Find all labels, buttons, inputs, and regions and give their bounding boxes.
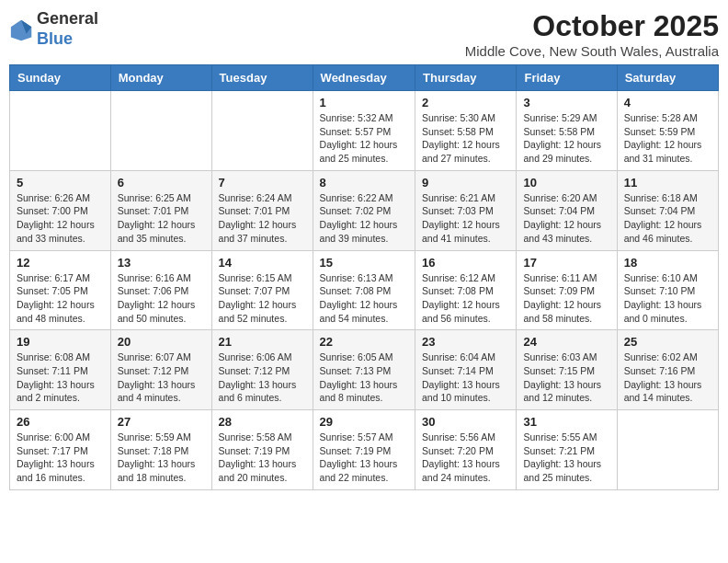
calendar-cell: [110, 91, 211, 171]
calendar-cell: 24 Sunrise: 6:03 AMSunset: 7:15 PMDaylig…: [517, 330, 617, 410]
day-number: 25: [624, 335, 711, 349]
day-info: Sunrise: 6:22 AMSunset: 7:02 PMDaylight:…: [320, 191, 408, 246]
calendar-cell: 19 Sunrise: 6:08 AMSunset: 7:11 PMDaylig…: [10, 330, 111, 410]
day-number: 31: [523, 415, 609, 429]
weekday-header: Sunday: [10, 65, 111, 91]
day-info: Sunrise: 5:32 AMSunset: 5:57 PMDaylight:…: [320, 111, 408, 166]
calendar-week-row: 5 Sunrise: 6:26 AMSunset: 7:00 PMDayligh…: [10, 170, 719, 250]
calendar-week-row: 19 Sunrise: 6:08 AMSunset: 7:11 PMDaylig…: [10, 330, 719, 410]
day-info: Sunrise: 6:17 AMSunset: 7:05 PMDaylight:…: [17, 271, 104, 326]
weekday-header: Wednesday: [313, 65, 415, 91]
day-number: 4: [624, 96, 711, 109]
calendar-cell: [211, 91, 313, 171]
calendar-cell: 25 Sunrise: 6:02 AMSunset: 7:16 PMDaylig…: [617, 330, 718, 410]
calendar-cell: 14 Sunrise: 6:15 AMSunset: 7:07 PMDaylig…: [211, 250, 313, 330]
day-info: Sunrise: 6:16 AMSunset: 7:06 PMDaylight:…: [118, 271, 205, 326]
calendar-cell: 9 Sunrise: 6:21 AMSunset: 7:03 PMDayligh…: [415, 170, 517, 250]
weekday-header: Monday: [110, 65, 211, 91]
day-info: Sunrise: 6:24 AMSunset: 7:01 PMDaylight:…: [219, 191, 306, 246]
day-number: 8: [320, 176, 408, 190]
calendar-title: October 2025: [465, 9, 719, 43]
day-info: Sunrise: 6:15 AMSunset: 7:07 PMDaylight:…: [219, 271, 306, 326]
day-info: Sunrise: 6:10 AMSunset: 7:10 PMDaylight:…: [624, 271, 711, 326]
weekday-header-row: SundayMondayTuesdayWednesdayThursdayFrid…: [10, 65, 719, 91]
day-info: Sunrise: 6:21 AMSunset: 7:03 PMDaylight:…: [422, 191, 509, 246]
day-info: Sunrise: 5:28 AMSunset: 5:59 PMDaylight:…: [624, 111, 711, 166]
calendar-cell: 16 Sunrise: 6:12 AMSunset: 7:08 PMDaylig…: [415, 250, 517, 330]
calendar-cell: 23 Sunrise: 6:04 AMSunset: 7:14 PMDaylig…: [415, 330, 517, 410]
weekday-header: Saturday: [617, 65, 718, 91]
day-info: Sunrise: 6:00 AMSunset: 7:17 PMDaylight:…: [17, 431, 104, 485]
calendar-cell: 31 Sunrise: 5:55 AMSunset: 7:21 PMDaylig…: [517, 410, 617, 490]
day-info: Sunrise: 5:59 AMSunset: 7:18 PMDaylight:…: [118, 431, 205, 485]
day-info: Sunrise: 6:13 AMSunset: 7:08 PMDaylight:…: [320, 271, 408, 326]
calendar-cell: 6 Sunrise: 6:25 AMSunset: 7:01 PMDayligh…: [110, 170, 211, 250]
day-number: 30: [422, 415, 509, 429]
day-info: Sunrise: 6:05 AMSunset: 7:13 PMDaylight:…: [320, 350, 408, 405]
day-info: Sunrise: 5:55 AMSunset: 7:21 PMDaylight:…: [523, 431, 609, 485]
day-number: 17: [523, 256, 609, 270]
day-number: 9: [422, 176, 509, 190]
calendar-week-row: 12 Sunrise: 6:17 AMSunset: 7:05 PMDaylig…: [10, 250, 719, 330]
day-info: Sunrise: 6:02 AMSunset: 7:16 PMDaylight:…: [624, 350, 711, 405]
day-info: Sunrise: 6:12 AMSunset: 7:08 PMDaylight:…: [422, 271, 509, 326]
calendar-cell: 11 Sunrise: 6:18 AMSunset: 7:04 PMDaylig…: [617, 170, 718, 250]
calendar-cell: 27 Sunrise: 5:59 AMSunset: 7:18 PMDaylig…: [110, 410, 211, 490]
day-info: Sunrise: 6:07 AMSunset: 7:12 PMDaylight:…: [118, 350, 205, 405]
day-info: Sunrise: 6:26 AMSunset: 7:00 PMDaylight:…: [17, 191, 104, 246]
day-number: 20: [118, 335, 205, 349]
weekday-header: Thursday: [415, 65, 517, 91]
day-number: 5: [17, 176, 104, 190]
calendar-cell: 17 Sunrise: 6:11 AMSunset: 7:09 PMDaylig…: [517, 250, 617, 330]
day-number: 14: [219, 256, 306, 270]
day-info: Sunrise: 6:04 AMSunset: 7:14 PMDaylight:…: [422, 350, 509, 405]
calendar-cell: 15 Sunrise: 6:13 AMSunset: 7:08 PMDaylig…: [313, 250, 415, 330]
day-number: 2: [422, 96, 509, 109]
day-number: 6: [118, 176, 205, 190]
calendar-cell: 5 Sunrise: 6:26 AMSunset: 7:00 PMDayligh…: [10, 170, 111, 250]
calendar-cell: 20 Sunrise: 6:07 AMSunset: 7:12 PMDaylig…: [110, 330, 211, 410]
calendar-week-row: 1 Sunrise: 5:32 AMSunset: 5:57 PMDayligh…: [10, 91, 719, 171]
day-info: Sunrise: 6:11 AMSunset: 7:09 PMDaylight:…: [523, 271, 609, 326]
logo-text: General Blue: [37, 9, 98, 49]
weekday-header: Tuesday: [211, 65, 313, 91]
calendar-cell: 29 Sunrise: 5:57 AMSunset: 7:19 PMDaylig…: [313, 410, 415, 490]
day-number: 1: [320, 96, 408, 109]
day-number: 10: [523, 176, 609, 190]
day-info: Sunrise: 6:25 AMSunset: 7:01 PMDaylight:…: [118, 191, 205, 246]
day-number: 21: [219, 335, 306, 349]
day-number: 28: [219, 415, 306, 429]
day-info: Sunrise: 5:29 AMSunset: 5:58 PMDaylight:…: [523, 111, 609, 166]
calendar-cell: 2 Sunrise: 5:30 AMSunset: 5:58 PMDayligh…: [415, 91, 517, 171]
logo-icon: [9, 17, 35, 42]
calendar-subtitle: Middle Cove, New South Wales, Australia: [465, 43, 719, 59]
day-number: 3: [523, 96, 609, 109]
day-info: Sunrise: 6:03 AMSunset: 7:15 PMDaylight:…: [523, 350, 609, 405]
page-header: General Blue October 2025 Middle Cove, N…: [9, 9, 719, 59]
day-info: Sunrise: 5:30 AMSunset: 5:58 PMDaylight:…: [422, 111, 509, 166]
title-block: October 2025 Middle Cove, New South Wale…: [465, 9, 719, 59]
calendar-cell: 3 Sunrise: 5:29 AMSunset: 5:58 PMDayligh…: [517, 91, 617, 171]
calendar-cell: 13 Sunrise: 6:16 AMSunset: 7:06 PMDaylig…: [110, 250, 211, 330]
day-info: Sunrise: 6:08 AMSunset: 7:11 PMDaylight:…: [17, 350, 104, 405]
calendar-cell: 22 Sunrise: 6:05 AMSunset: 7:13 PMDaylig…: [313, 330, 415, 410]
day-info: Sunrise: 6:20 AMSunset: 7:04 PMDaylight:…: [523, 191, 609, 246]
day-info: Sunrise: 6:06 AMSunset: 7:12 PMDaylight:…: [219, 350, 306, 405]
calendar-week-row: 26 Sunrise: 6:00 AMSunset: 7:17 PMDaylig…: [10, 410, 719, 490]
day-info: Sunrise: 6:18 AMSunset: 7:04 PMDaylight:…: [624, 191, 711, 246]
day-info: Sunrise: 5:58 AMSunset: 7:19 PMDaylight:…: [219, 431, 306, 485]
calendar-cell: 18 Sunrise: 6:10 AMSunset: 7:10 PMDaylig…: [617, 250, 718, 330]
day-number: 22: [320, 335, 408, 349]
day-number: 16: [422, 256, 509, 270]
calendar-cell: 8 Sunrise: 6:22 AMSunset: 7:02 PMDayligh…: [313, 170, 415, 250]
day-number: 26: [17, 415, 104, 429]
calendar-cell: 12 Sunrise: 6:17 AMSunset: 7:05 PMDaylig…: [10, 250, 111, 330]
day-number: 29: [320, 415, 408, 429]
calendar-cell: 21 Sunrise: 6:06 AMSunset: 7:12 PMDaylig…: [211, 330, 313, 410]
day-number: 23: [422, 335, 509, 349]
calendar-cell: [10, 91, 111, 171]
day-number: 19: [17, 335, 104, 349]
day-number: 7: [219, 176, 306, 190]
calendar-cell: 4 Sunrise: 5:28 AMSunset: 5:59 PMDayligh…: [617, 91, 718, 171]
weekday-header: Friday: [517, 65, 617, 91]
